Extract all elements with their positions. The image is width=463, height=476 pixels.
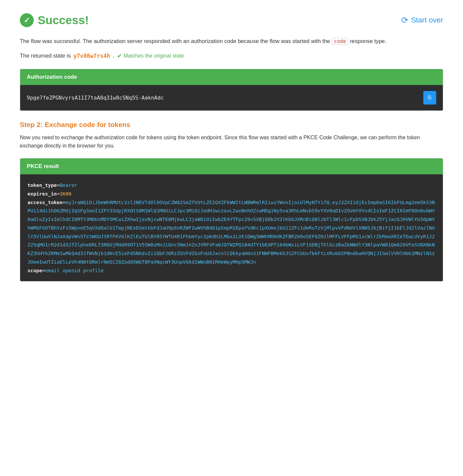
scope-row: scope=email openid profile — [27, 266, 436, 275]
access-token-row: access_token=eyJraWQiOiJDeWhRMUtLVzlJNEV… — [27, 198, 436, 266]
desc-line2: response type. — [350, 38, 386, 44]
matches-label: Matches the original state — [124, 53, 184, 59]
pkce-body: token_type=Bearer expires_in=3600 access… — [20, 174, 443, 281]
expires-in-val: 3600 — [60, 191, 71, 196]
auth-code-title: Authorization code — [27, 74, 77, 80]
expires-in-key: expires_in — [27, 191, 57, 196]
state-value: y7v86w7rs4h — [73, 53, 110, 59]
auth-code-value: 9pge7feZPGNvyrsA11I7taA8q31w8cSNq5S-Aakn… — [27, 95, 164, 101]
refresh-icon: ⟳ — [401, 15, 408, 25]
flow-description: The flow was successful. The authorizati… — [20, 37, 443, 46]
scope-val: email openid profile — [45, 268, 104, 273]
pkce-card: PKCE result token_type=Bearer expires_in… — [20, 158, 443, 281]
step2-description: Now you need to exchange the authorizati… — [20, 133, 443, 150]
step2-title: Step 2: Exchange code for tokens — [20, 121, 443, 129]
check-icon: ✔ — [117, 53, 122, 60]
code-keyword: code — [332, 38, 349, 45]
matches-state: ✔ Matches the original state — [117, 53, 184, 60]
success-icon: ✓ — [20, 13, 34, 27]
success-title: ✓ Success! — [20, 13, 89, 27]
scope-key: scope — [27, 268, 42, 273]
start-over-button[interactable]: ⟳ Start over — [401, 15, 443, 25]
access-token-key: access_token — [27, 199, 63, 205]
state-row: The returned state is y7v86w7rs4h . ✔ Ma… — [20, 53, 443, 60]
token-type-row: token_type=Bearer — [27, 181, 436, 190]
desc-line1: The flow was successful. The authorizati… — [20, 38, 330, 44]
copy-icon: ⎘ — [428, 94, 432, 101]
expires-in-row: expires_in=3600 — [27, 190, 436, 198]
auth-code-header: Authorization code — [20, 69, 443, 85]
pkce-title: PKCE result — [27, 163, 59, 169]
pkce-header: PKCE result — [20, 158, 443, 174]
state-separator: . — [113, 53, 114, 59]
header-row: ✓ Success! ⟳ Start over — [20, 13, 443, 27]
access-token-val: eyJraWQiOiJDeWhRMUtLVzlJNEVTdOlOOVpCZW82… — [27, 199, 435, 265]
copy-auth-code-button[interactable]: ⎘ — [423, 91, 436, 105]
state-prefix: The returned state is — [20, 53, 71, 59]
token-type-key: token_type — [27, 182, 57, 188]
start-over-label: Start over — [411, 16, 443, 24]
token-type-val: Bearer — [60, 182, 77, 188]
auth-code-body: 9pge7feZPGNvyrsA11I7taA8q31w8cSNq5S-Aakn… — [20, 85, 443, 110]
success-label: Success! — [38, 14, 89, 27]
auth-code-card: Authorization code 9pge7feZPGNvyrsA11I7t… — [20, 69, 443, 111]
